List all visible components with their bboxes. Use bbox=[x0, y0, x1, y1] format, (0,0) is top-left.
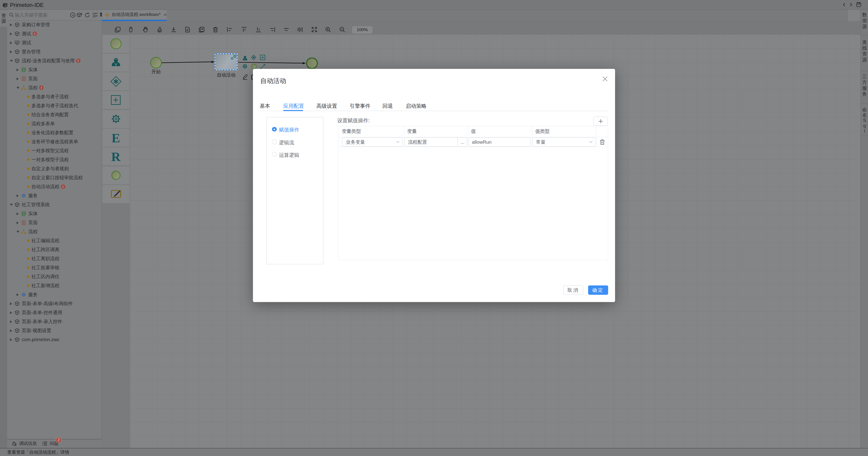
svg-text:AI: AI bbox=[71, 14, 74, 17]
